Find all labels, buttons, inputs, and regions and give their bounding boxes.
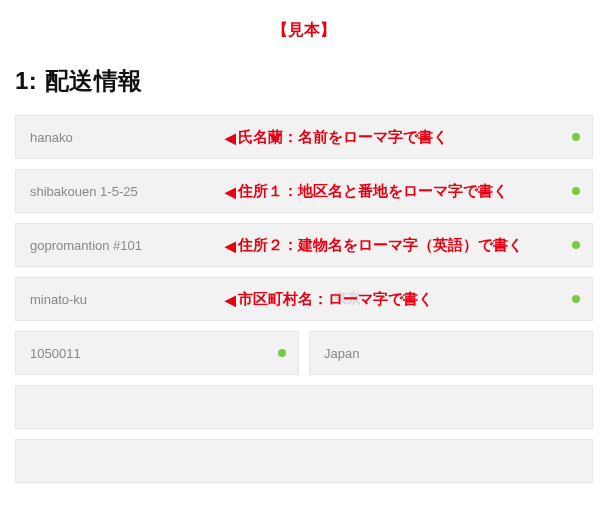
row-city: minato-ku 東京 市区町村名：ローマ字で書く [15, 277, 593, 321]
empty-field-2[interactable] [15, 439, 593, 483]
row-name: hanako 氏名蘭：名前をローマ字で書く [15, 115, 593, 159]
annotation-address2: 住所２：建物名をローマ字（英語）で書く [225, 236, 523, 255]
row-address2: gopromantion #101 住所２：建物名をローマ字（英語）で書く [15, 223, 593, 267]
address1-value: shibakouen 1-5-25 [30, 184, 138, 199]
name-value: hanako [30, 130, 73, 145]
valid-dot-icon [572, 241, 580, 249]
empty-field-1[interactable] [15, 385, 593, 429]
row-address1: shibakouen 1-5-25 住所１：地区名と番地をローマ字で書く [15, 169, 593, 213]
sample-label: 【見本】 [15, 20, 593, 41]
postal-field[interactable]: 1050011 [15, 331, 299, 375]
valid-dot-icon [572, 133, 580, 141]
annotation-address1: 住所１：地区名と番地をローマ字で書く [225, 182, 508, 201]
address2-value: gopromantion #101 [30, 238, 142, 253]
row-empty-2 [15, 439, 593, 483]
row-postal-country: 1050011 Japan [15, 331, 593, 375]
annotation-city: 市区町村名：ローマ字で書く [225, 290, 433, 309]
valid-dot-icon [278, 349, 286, 357]
row-empty-1 [15, 385, 593, 429]
valid-dot-icon [572, 187, 580, 195]
annotation-name: 氏名蘭：名前をローマ字で書く [225, 128, 448, 147]
country-value: Japan [324, 346, 359, 361]
city-value: minato-ku [30, 292, 87, 307]
postal-value: 1050011 [30, 346, 81, 361]
valid-dot-icon [572, 295, 580, 303]
country-field[interactable]: Japan [309, 331, 593, 375]
section-title: 1: 配送情報 [15, 65, 593, 97]
